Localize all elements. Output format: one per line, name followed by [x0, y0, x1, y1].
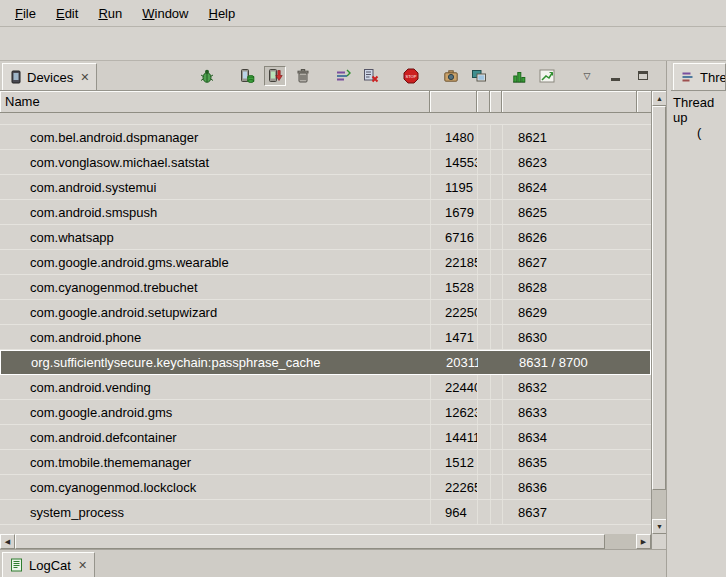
table-row[interactable]: com.android.systemui 1195 8624	[0, 175, 651, 200]
process-name-cell: com.tmobile.thememanager	[0, 450, 430, 474]
vertical-scrollbar[interactable]: ▲ ▼	[651, 91, 666, 534]
screen-mirror-icon	[471, 68, 487, 84]
table-row[interactable]: com.google.android.setupwizard 22250 862…	[0, 300, 651, 325]
scroll-up-icon[interactable]: ▲	[652, 91, 666, 106]
cause-gc-button[interactable]	[292, 66, 314, 86]
process-name-cell: com.android.systemui	[0, 175, 430, 199]
table-row-selected[interactable]: org.sufficientlysecure.keychain:passphra…	[0, 350, 651, 375]
pid-cell: 22185	[430, 250, 477, 274]
pid-cell: 22440	[430, 375, 477, 399]
pid-cell: 6716	[430, 225, 477, 249]
table-row[interactable]: com.google.android.gms.wearable 22185 86…	[0, 250, 651, 275]
dump-hprof-icon	[267, 68, 283, 84]
network-stats-button[interactable]	[536, 66, 558, 86]
pid-cell: 1195	[430, 175, 477, 199]
vscroll-thumb[interactable]	[652, 106, 666, 490]
scroll-right-icon[interactable]: ▶	[636, 534, 651, 549]
svg-text:STOP: STOP	[406, 73, 417, 78]
process-name-cell: com.cyanogenmod.trebuchet	[0, 275, 430, 299]
left-column: Devices ✕	[0, 61, 666, 577]
pid-cell: 1528	[430, 275, 477, 299]
heap-updates-button[interactable]	[508, 66, 530, 86]
table-row[interactable]: com.android.phone 1471 8630	[0, 325, 651, 350]
pid-cell: 12623	[430, 400, 477, 424]
table-row[interactable]: com.bel.android.dspmanager 1480 8621	[0, 125, 651, 150]
debug-process-button[interactable]	[196, 66, 218, 86]
process-name-cell: com.cyanogenmod.lockclock	[0, 475, 430, 499]
heap-updates-icon	[511, 68, 527, 84]
pid-cell: 22250	[430, 300, 477, 324]
column-header-a[interactable]	[477, 91, 490, 112]
process-name-cell: com.vonglasow.michael.satstat	[0, 150, 430, 174]
table-row[interactable]: com.tmobile.thememanager 1512 8635	[0, 450, 651, 475]
column-header-port[interactable]	[502, 91, 637, 112]
vscroll-track[interactable]	[652, 106, 666, 519]
menu-file[interactable]: File	[5, 2, 46, 25]
menu-edit[interactable]: Edit	[46, 2, 88, 25]
screen-capture-button[interactable]	[440, 66, 462, 86]
cause-gc-icon	[295, 68, 311, 84]
hscroll-thumb[interactable]	[15, 534, 605, 549]
table-row[interactable]: com.google.android.gms 12623 8633	[0, 400, 651, 425]
port-cell: 8629	[502, 300, 637, 324]
table-row[interactable]: com.vonglasow.michael.satstat 14553 8623	[0, 150, 651, 175]
menu-run[interactable]: Run	[88, 2, 132, 25]
debug-process-icon	[199, 68, 215, 84]
screen-capture-icon	[443, 68, 459, 84]
table-row[interactable]: system_process 964 8637	[0, 500, 651, 525]
start-method-profiling-button[interactable]	[360, 66, 382, 86]
table-row[interactable]: com.cyanogenmod.lockclock 22265 8636	[0, 475, 651, 500]
minimize-button[interactable]	[604, 66, 626, 86]
devices-view: Devices ✕	[0, 61, 666, 550]
column-header-name[interactable]: Name	[0, 91, 430, 112]
scroll-left-icon[interactable]: ◀	[0, 534, 15, 549]
hscroll-track[interactable]	[15, 534, 636, 549]
pid-cell: 20311	[431, 351, 478, 374]
process-name-cell: system_process	[0, 500, 430, 524]
view-menu-icon: ▽	[584, 71, 591, 81]
dump-hprof-button[interactable]	[264, 66, 286, 86]
column-header-b[interactable]	[490, 91, 502, 112]
table-row[interactable]: com.android.defcontainer 14411 8634	[0, 425, 651, 450]
menu-window[interactable]: Window	[132, 2, 198, 25]
port-cell: 8623	[502, 150, 637, 174]
table-row[interactable]: com.android.vending 22440 8632	[0, 375, 651, 400]
menu-help[interactable]: Help	[198, 2, 245, 25]
horizontal-scrollbar[interactable]: ◀ ▶	[0, 534, 651, 549]
table-row[interactable]: com.whatsapp 6716 8626	[0, 225, 651, 250]
process-name-cell: com.google.android.gms	[0, 400, 430, 424]
close-icon[interactable]: ✕	[78, 71, 89, 84]
logcat-icon	[10, 558, 24, 572]
table-row[interactable]: com.cyanogenmod.trebuchet 1528 8628	[0, 275, 651, 300]
port-cell: 8621	[502, 125, 637, 149]
pid-cell: 1471	[430, 325, 477, 349]
devices-toolbar: STOP ▽	[196, 61, 666, 90]
tab-logcat[interactable]: LogCat ✕	[2, 552, 95, 577]
tab-devices[interactable]: Devices ✕	[2, 63, 97, 90]
process-name-cell: com.google.android.gms.wearable	[0, 250, 430, 274]
maximize-button[interactable]	[632, 66, 654, 86]
tab-threads-label: Threa	[700, 70, 726, 85]
threads-message-line2: (	[673, 125, 724, 140]
pid-cell: 14411	[430, 425, 477, 449]
threads-icon	[681, 70, 695, 84]
process-name-cell: com.android.smspush	[0, 200, 430, 224]
port-cell: 8631 / 8700	[503, 351, 638, 374]
scroll-down-icon[interactable]: ▼	[652, 519, 666, 534]
main-toolbar	[0, 27, 726, 61]
network-stats-icon	[539, 68, 555, 84]
view-menu-button[interactable]: ▽	[576, 66, 598, 86]
pid-cell: 22265	[430, 475, 477, 499]
tab-threads[interactable]: Threa	[673, 63, 726, 90]
stop-process-button[interactable]: STOP	[400, 66, 422, 86]
column-header-pid[interactable]	[430, 91, 477, 112]
process-name-cell: com.bel.android.dspmanager	[0, 125, 430, 149]
table-row[interactable]: com.android.smspush 1679 8625	[0, 200, 651, 225]
update-threads-button[interactable]	[332, 66, 354, 86]
update-heap-button[interactable]	[236, 66, 258, 86]
pid-cell: 1480	[430, 125, 477, 149]
screen-mirror-button[interactable]	[468, 66, 490, 86]
port-cell: 8628	[502, 275, 637, 299]
close-icon[interactable]: ✕	[76, 559, 87, 572]
hscroll-row: ◀ ▶	[0, 534, 666, 549]
